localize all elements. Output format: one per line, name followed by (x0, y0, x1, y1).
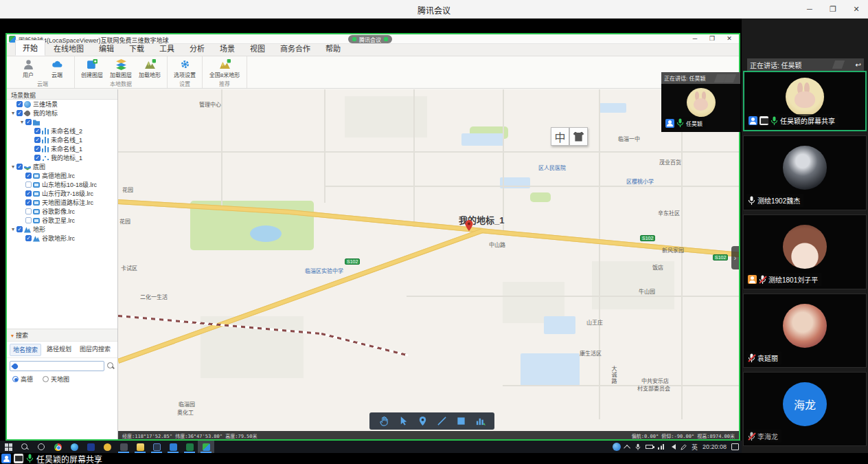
tab-scene[interactable]: 场景 (213, 41, 242, 56)
file-explorer-button[interactable] (132, 441, 148, 453)
tray-app-icon[interactable] (613, 443, 621, 451)
battery-icon[interactable] (646, 445, 653, 449)
expander-icon[interactable]: ▾ (10, 164, 16, 170)
cloud-button[interactable]: 云端 (44, 57, 70, 78)
network-icon[interactable] (658, 444, 664, 450)
add-placemark-icon[interactable] (415, 415, 430, 427)
volume-icon[interactable] (669, 444, 676, 450)
minimize-button[interactable]: ─ (798, 0, 821, 19)
load-layer-button[interactable]: 加载图层 (108, 57, 134, 78)
tab-place-search[interactable]: 地名搜索 (10, 344, 41, 356)
input-language-indicator[interactable]: 英 (692, 443, 698, 452)
elevation-chart-icon[interactable] (472, 415, 488, 427)
create-layer-button[interactable]: 创建图层 (79, 57, 105, 78)
search-icon[interactable] (107, 362, 115, 370)
tree-item[interactable]: ✓天地图道路标注.lrc (7, 198, 117, 207)
layer-checkbox[interactable]: ✓ (34, 137, 41, 143)
tree-item[interactable]: ✓我的地标_1 (7, 153, 117, 162)
options-button[interactable]: 选项设置 (172, 57, 198, 78)
pen-icon[interactable] (681, 444, 687, 450)
load-terrain-button[interactable]: 加载地形 (137, 57, 163, 78)
active-app-button[interactable] (198, 441, 214, 453)
cortana-button[interactable] (33, 441, 49, 453)
app-close-button[interactable]: ✕ (721, 34, 738, 43)
tree-item[interactable]: 山东地标10-18级.lrc (7, 180, 117, 189)
tree-item[interactable]: ✓山东行政7-18级.lrc (7, 189, 117, 198)
app-minimize-button[interactable]: ─ (687, 34, 703, 43)
expander-icon[interactable]: ▾ (10, 226, 16, 232)
tree-item[interactable]: ✓谷歌地形.lrc (7, 234, 117, 243)
layer-checkbox[interactable]: ✓ (34, 155, 41, 161)
participant-tile[interactable]: 海龙 李海龙 (743, 372, 867, 446)
expander-icon[interactable]: ▾ (19, 119, 25, 125)
tab-route-plan[interactable]: 路径规划 (44, 344, 74, 356)
running-app-button[interactable] (115, 441, 132, 453)
photos-app-button[interactable] (165, 441, 181, 453)
expander-icon[interactable]: ▾ (10, 110, 16, 116)
running-app-button[interactable] (148, 441, 165, 453)
tab-download[interactable]: 下载 (122, 41, 151, 56)
tree-item[interactable]: 谷歌卫星.lrc (7, 216, 117, 225)
notification-center-icon[interactable] (731, 443, 739, 450)
tab-view[interactable]: 视图 (243, 41, 272, 56)
layer-checkbox[interactable]: ✓ (25, 199, 32, 206)
participant-tile-screen-share[interactable]: 任昊颖的屏幕共享 (743, 71, 867, 131)
tree-item[interactable]: ▾✓地形 (7, 225, 117, 234)
layer-checkbox[interactable]: ✓ (25, 190, 32, 197)
pinned-app-button[interactable] (82, 441, 99, 453)
participant-tile[interactable]: 测绘1902魏杰 (743, 135, 867, 210)
tree-item[interactable]: ✓未命名线_1 (7, 135, 117, 144)
tab-help[interactable]: 帮助 (319, 41, 347, 56)
tree-item[interactable]: ▾✓底图 (7, 162, 117, 171)
search-text-field[interactable] (20, 363, 102, 370)
close-button[interactable]: ✕ (845, 0, 868, 19)
layer-checkbox[interactable]: ✓ (16, 101, 23, 107)
layer-checkbox[interactable]: ✓ (25, 119, 32, 125)
tree-item[interactable]: ✓三维场景 (7, 100, 117, 109)
draw-polygon-icon[interactable] (453, 415, 468, 427)
radio-gaode[interactable]: 高德 (12, 375, 33, 384)
tree-item[interactable]: ▾✓我的地标 (7, 109, 117, 118)
tray-mic-icon[interactable] (635, 443, 641, 451)
layer-checkbox[interactable] (25, 181, 32, 188)
layer-checkbox[interactable]: ✓ (34, 146, 41, 152)
maximize-button[interactable]: ❐ (821, 0, 845, 19)
user-button[interactable]: 用户 (15, 57, 41, 78)
tree-item[interactable]: 谷歌影像.lrc (7, 207, 117, 216)
panel-collapse-chevron[interactable]: › (731, 246, 739, 269)
clock[interactable]: 20:20:08 (703, 443, 727, 450)
pan-hand-icon[interactable] (376, 415, 391, 427)
participant-tile[interactable]: 袁延丽 (743, 294, 867, 368)
chrome-button[interactable] (49, 441, 66, 453)
select-cursor-icon[interactable] (396, 415, 411, 427)
meeting-share-pill[interactable]: 腾讯会议 (348, 35, 392, 43)
tab-start[interactable]: 开始 (15, 40, 45, 56)
pinned-app-button[interactable] (99, 441, 115, 453)
tree-item[interactable]: ✓未命名线_2 (7, 126, 117, 135)
edge-button[interactable] (66, 441, 82, 453)
layer-checkbox[interactable]: ✓ (25, 235, 32, 241)
placemark-pin-icon[interactable] (465, 220, 473, 231)
layer-checkbox[interactable] (25, 217, 32, 223)
app-maximize-button[interactable]: ❐ (704, 34, 720, 43)
excel-button[interactable] (181, 441, 198, 453)
layer-checkbox[interactable]: ✓ (25, 173, 32, 179)
tree-item[interactable]: ✓高德地图.lrc (7, 171, 117, 180)
layer-checkbox[interactable]: ✓ (34, 128, 41, 134)
layer-checkbox[interactable]: ✓ (16, 226, 23, 232)
return-arrow-icon[interactable]: ↩ (856, 61, 861, 69)
tree-item[interactable]: ▾✓ (7, 118, 117, 126)
layer-checkbox[interactable] (25, 208, 32, 214)
tab-analysis[interactable]: 分析 (183, 41, 212, 56)
start-button[interactable] (0, 441, 16, 453)
tab-layer-search[interactable]: 图层内搜索 (77, 344, 113, 356)
search-input[interactable] (10, 361, 104, 371)
tab-online-map[interactable]: 在线地图 (47, 41, 91, 56)
china-terrain-button[interactable]: 全国8米地形 (207, 57, 242, 78)
layer-checkbox[interactable]: ✓ (16, 110, 23, 116)
map-viewport[interactable]: 管理中心区人民医院临淄一中茂业百货区樱桃小学辛东社区新风家园饭店牛山园山王庄康生… (118, 89, 739, 439)
participant-tile[interactable]: 测绘1801刘子平 (743, 214, 867, 289)
taskbar-search-button[interactable] (16, 441, 33, 453)
search-header[interactable]: ▾搜索 (7, 329, 117, 342)
meeting-overlay-panel[interactable]: 正在讲话: 任昊颖 任昊颖 (661, 72, 740, 132)
